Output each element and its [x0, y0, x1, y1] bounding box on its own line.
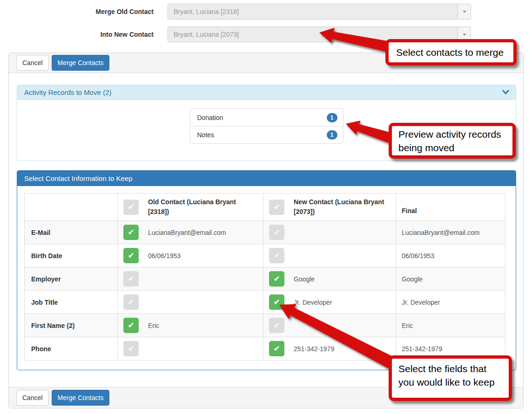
old-contact-column-header: ✔ Old Contact (Luciana Bryant [2318]): [118, 194, 263, 221]
old-contact-checkbox[interactable]: ✔: [123, 341, 139, 356]
new-contact-value: Jr. Developer: [294, 299, 332, 306]
old-contact-value: Eric: [148, 322, 159, 329]
field-label: Job Title: [30, 299, 58, 306]
merge-old-contact-row: Merge Old Contact Bryant, Luciana [2318]: [0, 4, 471, 20]
new-contact-checkbox[interactable]: ✔: [269, 248, 284, 263]
field-column-header: [25, 194, 118, 221]
caret-down-icon: [463, 33, 466, 36]
merge-old-contact-dropdown-button[interactable]: [458, 4, 471, 19]
old-contact-checkbox[interactable]: ✔: [123, 248, 139, 263]
cancel-button[interactable]: Cancel: [16, 55, 49, 71]
new-contact-column-header: ✔ New Contact (Luciana Bryant [2073]): [263, 194, 396, 221]
into-new-contact-value: Bryant, Luciana [2073]: [168, 31, 239, 38]
final-value: Jr. Developer: [402, 299, 440, 306]
activity-record-count-badge: 1: [327, 130, 337, 140]
callout-select-contacts: Select contacts to merge: [385, 39, 517, 66]
table-row: E-Mail ✔ LucianaBryant@email.com ✔ Lucia…: [25, 221, 505, 244]
new-contact-checkbox[interactable]: ✔: [269, 318, 284, 333]
old-contact-value: 06/06/1953: [148, 252, 181, 260]
new-contact-checkbox[interactable]: ✔: [269, 271, 284, 287]
callout-preview-activity: Preview activity records being moved: [389, 123, 516, 159]
new-contact-select-all-checkbox[interactable]: ✔: [269, 200, 284, 215]
field-label: Birth Date: [30, 252, 62, 260]
new-contact-value: Google: [294, 275, 315, 283]
activity-record-item: Notes 1: [190, 126, 343, 143]
old-contact-column-label: Old Contact (Luciana Bryant [2318]): [148, 197, 257, 217]
old-contact-value: LucianaBryant@email.com: [148, 229, 226, 236]
table-row: Birth Date ✔ 06/06/1953 ✔ 06/06/1953: [25, 244, 505, 267]
old-contact-checkbox[interactable]: ✔: [123, 271, 139, 287]
final-value: Eric: [402, 322, 413, 329]
cancel-button[interactable]: Cancel: [16, 390, 49, 406]
table-header-row: ✔ Old Contact (Luciana Bryant [2318]) ✔ …: [25, 194, 505, 221]
old-contact-checkbox[interactable]: ✔: [123, 225, 139, 240]
final-value: 06/06/1953: [402, 252, 434, 260]
old-contact-checkbox[interactable]: ✔: [123, 294, 139, 310]
new-contact-checkbox[interactable]: ✔: [269, 225, 284, 240]
new-contact-column-label: New Contact (Luciana Bryant [2073]): [294, 197, 390, 217]
activity-record-label: Notes: [197, 131, 215, 139]
activity-records-header: Activity Records to Move (2): [17, 85, 516, 100]
final-value: 251-342-1979: [402, 345, 442, 353]
new-contact-value: 251-342-1979: [294, 345, 334, 353]
final-value: LucianaBryant@email.com: [402, 229, 480, 236]
merge-contacts-button[interactable]: Merge Contacts: [52, 390, 110, 406]
chevron-down-icon[interactable]: [502, 90, 509, 95]
old-contact-checkbox[interactable]: ✔: [123, 318, 139, 333]
new-contact-checkbox[interactable]: ✔: [269, 294, 284, 310]
contact-info-table-body: E-Mail ✔ LucianaBryant@email.com ✔ Lucia…: [25, 221, 505, 361]
merge-old-contact-value: Bryant, Luciana [2318]: [168, 8, 239, 15]
contact-info-panel: Select Contact Information to Keep ✔ Old…: [17, 170, 516, 370]
activity-records-list: Donation 1 Notes 1: [190, 108, 343, 144]
final-value: Google: [402, 275, 423, 283]
field-label: Phone: [30, 345, 51, 353]
contact-info-table: ✔ Old Contact (Luciana Bryant [2318]) ✔ …: [24, 193, 505, 361]
field-label: Employer: [30, 275, 61, 283]
merge-contacts-button[interactable]: Merge Contacts: [52, 55, 110, 71]
table-row: Employer ✔ ✔ Google Google: [25, 267, 505, 291]
merge-old-contact-select[interactable]: Bryant, Luciana [2318]: [168, 4, 471, 20]
field-label: First Name (2): [30, 322, 74, 329]
table-row: Job Title ✔ ✔ Jr. Developer Jr. Develope…: [25, 291, 505, 314]
activity-record-count-badge: 1: [327, 113, 337, 122]
field-label: E-Mail: [30, 229, 50, 236]
final-column-header: Final: [396, 194, 505, 221]
caret-down-icon: [463, 11, 466, 13]
contact-info-panel-title: Select Contact Information to Keep: [17, 171, 516, 186]
callout-select-fields: Select the fields that you would like to…: [389, 355, 512, 401]
into-new-contact-label: Into New Contact: [0, 31, 154, 38]
new-contact-checkbox[interactable]: ✔: [269, 341, 284, 356]
activity-record-label: Donation: [197, 114, 223, 121]
table-row: First Name (2) ✔ Eric ✔ Eric: [25, 314, 505, 337]
activity-record-item: Donation 1: [190, 109, 343, 126]
activity-records-title: Activity Records to Move (2): [24, 88, 112, 96]
contact-info-panel-body: ✔ Old Contact (Luciana Bryant [2318]) ✔ …: [17, 186, 516, 367]
old-contact-select-all-checkbox[interactable]: ✔: [123, 200, 139, 215]
merge-old-contact-label: Merge Old Contact: [0, 8, 154, 15]
